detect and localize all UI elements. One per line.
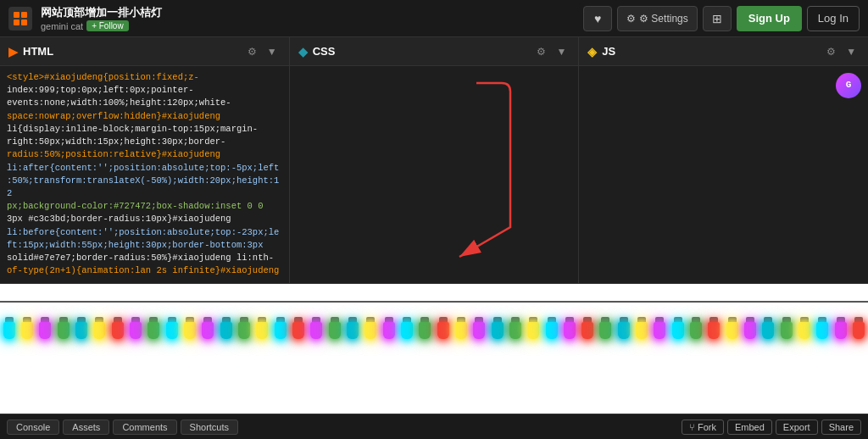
light-bulb xyxy=(455,322,467,339)
js-expand-btn[interactable]: ▼ xyxy=(843,44,860,59)
light-item xyxy=(849,317,867,339)
js-tab-label: JS xyxy=(602,45,818,58)
gear-icon: ⚙ xyxy=(626,13,636,25)
embed-button[interactable]: Embed xyxy=(727,420,772,435)
js-tab-actions: ⚙ ▼ xyxy=(823,44,860,59)
light-bulb xyxy=(618,322,630,339)
light-item xyxy=(398,317,415,339)
light-item xyxy=(163,317,181,339)
header: 网站顶部增加一排小桔灯 gemini cat + Follow ♥ ⚙ ⚙ Se… xyxy=(0,0,868,37)
light-bulb xyxy=(581,322,593,339)
heart-button[interactable]: ♥ xyxy=(583,6,612,31)
settings-button[interactable]: ⚙ ⚙ Settings xyxy=(617,6,698,31)
wire xyxy=(0,301,868,303)
user-avatar-overlay: G xyxy=(836,73,861,98)
css-panel: ◆ CSS ⚙ ▼ xyxy=(290,37,580,283)
light-item xyxy=(217,317,235,339)
light-item xyxy=(308,317,326,339)
assets-tab[interactable]: Assets xyxy=(63,420,109,435)
light-bulb xyxy=(636,322,648,339)
light-item xyxy=(777,317,795,339)
light-bulb xyxy=(130,322,142,339)
css-icon: ◆ xyxy=(298,45,308,58)
signup-button[interactable]: Sign Up xyxy=(737,6,802,31)
light-bulb xyxy=(292,322,304,339)
html-panel: ▶ HTML ⚙ ▼ <style>#xiaojudeng{position:f… xyxy=(0,37,290,283)
grid-button[interactable]: ⊞ xyxy=(703,6,732,31)
html-settings-btn[interactable]: ⚙ xyxy=(244,44,260,59)
shortcuts-tab[interactable]: Shortcuts xyxy=(181,420,238,435)
css-editor-content[interactable] xyxy=(290,66,579,283)
console-tab[interactable]: Console xyxy=(7,420,59,435)
light-bulb xyxy=(527,322,539,339)
light-bulb xyxy=(744,322,756,339)
follow-button[interactable]: + Follow xyxy=(86,20,129,31)
light-item xyxy=(326,317,343,339)
light-bulb xyxy=(147,322,159,339)
light-item xyxy=(525,317,542,339)
light-bulb xyxy=(509,322,521,339)
light-bulb xyxy=(564,322,576,339)
lights-row xyxy=(0,284,868,339)
heart-icon: ♥ xyxy=(594,12,601,25)
grid-icon: ⊞ xyxy=(712,12,722,25)
light-item xyxy=(289,317,307,339)
avatar: G xyxy=(836,73,861,98)
light-item xyxy=(615,317,632,339)
light-bulb xyxy=(654,322,665,339)
light-bulb xyxy=(275,322,287,339)
light-item xyxy=(470,317,488,339)
light-bulb xyxy=(762,322,774,339)
css-expand-btn[interactable]: ▼ xyxy=(553,44,570,59)
fork-button[interactable]: ⑂ Fork xyxy=(682,420,724,435)
light-item xyxy=(597,317,615,339)
js-editor-content[interactable]: G xyxy=(579,66,868,283)
light-item xyxy=(18,317,36,339)
light-item xyxy=(795,317,813,339)
light-item xyxy=(669,317,687,339)
css-settings-btn[interactable]: ⚙ xyxy=(533,44,549,59)
login-button[interactable]: Log In xyxy=(807,6,860,31)
svg-rect-3 xyxy=(21,19,27,25)
light-item xyxy=(126,317,144,339)
html-expand-btn[interactable]: ▼ xyxy=(264,44,281,59)
html-editor-content[interactable]: <style>#xiaojudeng{position:fixed;z-inde… xyxy=(0,66,289,283)
settings-label: ⚙ Settings xyxy=(639,13,688,25)
light-item xyxy=(181,317,198,339)
svg-rect-0 xyxy=(14,12,19,18)
light-item xyxy=(687,317,704,339)
light-bulb xyxy=(184,322,196,339)
css-tab-actions: ⚙ ▼ xyxy=(533,44,570,59)
subtitle: gemini cat + Follow xyxy=(41,20,162,31)
light-bulb xyxy=(75,322,87,339)
light-item xyxy=(380,317,398,339)
light-item xyxy=(542,317,560,339)
js-tab: ◈ JS ⚙ ▼ xyxy=(579,37,868,66)
light-item xyxy=(705,317,723,339)
light-item xyxy=(560,317,578,339)
css-tab-label: CSS xyxy=(313,45,529,58)
page-title: 网站顶部增加一排小桔灯 xyxy=(41,5,162,20)
light-bulb xyxy=(329,322,341,339)
light-item xyxy=(0,317,18,339)
light-bulb xyxy=(816,322,828,339)
header-actions: ♥ ⚙ ⚙ Settings ⊞ Sign Up Log In xyxy=(583,6,860,31)
css-tab: ◆ CSS ⚙ ▼ xyxy=(290,37,579,66)
light-bulb xyxy=(708,322,720,339)
light-item xyxy=(741,317,759,339)
light-item xyxy=(235,317,253,339)
author-name: gemini cat xyxy=(41,21,83,31)
light-item xyxy=(36,317,54,339)
editor-area: ▶ HTML ⚙ ▼ <style>#xiaojudeng{position:f… xyxy=(0,37,868,283)
export-button[interactable]: Export xyxy=(776,420,818,435)
light-bulb xyxy=(3,322,15,339)
comments-tab[interactable]: Comments xyxy=(113,420,176,435)
light-bulb xyxy=(546,322,558,339)
js-settings-btn[interactable]: ⚙ xyxy=(823,44,839,59)
html-tab: ▶ HTML ⚙ ▼ xyxy=(0,37,289,66)
light-bulb xyxy=(781,322,793,339)
light-bulb xyxy=(220,322,232,339)
light-bulb xyxy=(798,322,810,339)
light-bulb xyxy=(238,322,250,339)
share-button[interactable]: Share xyxy=(821,420,861,435)
